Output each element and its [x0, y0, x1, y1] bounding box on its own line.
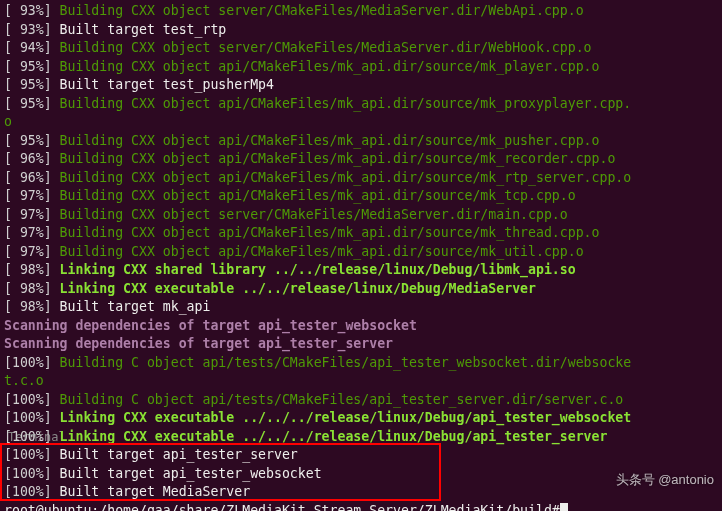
- progress-percent: [ 96%]: [4, 170, 60, 185]
- build-message: Building C object api/tests/CMakeFiles/a…: [60, 392, 624, 407]
- terminal-line: [ 97%] Building CXX object api/CMakeFile…: [4, 243, 718, 262]
- terminal-output[interactable]: [ 93%] Building CXX object server/CMakeF…: [4, 2, 718, 511]
- shell-prompt: root@ubuntu:/home/qaa/share/ZLMediaKit_S…: [4, 503, 560, 512]
- terminal-line: [ 96%] Building CXX object api/CMakeFile…: [4, 150, 718, 169]
- build-message: Scanning dependencies of target api_test…: [4, 318, 417, 333]
- watermark-text: 头条号 @antonio: [616, 471, 714, 490]
- build-message: Built target MediaServer: [60, 484, 251, 499]
- progress-percent: [ 94%]: [4, 40, 60, 55]
- terminal-line: [ 93%] Built target test_rtp: [4, 21, 718, 40]
- progress-percent: [ 96%]: [4, 151, 60, 166]
- progress-percent: [ 97%]: [4, 225, 60, 240]
- build-message: t.c.o: [4, 373, 44, 388]
- terminal-line: [ 94%] Building CXX object server/CMakeF…: [4, 39, 718, 58]
- build-message: Linking CXX shared library ../../release…: [60, 262, 576, 277]
- build-message: Building CXX object server/CMakeFiles/Me…: [60, 40, 592, 55]
- progress-percent: [100%]: [4, 466, 60, 481]
- progress-percent: [ 93%]: [4, 22, 60, 37]
- terminal-line: [ 98%] Built target mk_api: [4, 298, 718, 317]
- build-message: Building CXX object api/CMakeFiles/mk_ap…: [60, 59, 600, 74]
- progress-percent: [ 98%]: [4, 281, 60, 296]
- build-message: Built target api_tester_websocket: [60, 466, 322, 481]
- progress-percent: [ 97%]: [4, 244, 60, 259]
- terminal-line: Scanning dependencies of target api_test…: [4, 317, 718, 336]
- terminal-line: t.c.o: [4, 372, 718, 391]
- terminal-line: [100%] Built target MediaServer: [4, 483, 718, 502]
- terminal-line: [ 95%] Built target test_pusherMp4: [4, 76, 718, 95]
- build-message: Building C object api/tests/CMakeFiles/a…: [60, 355, 632, 370]
- build-message: Building CXX object server/CMakeFiles/Me…: [60, 3, 584, 18]
- build-message: Built target test_pusherMp4: [60, 77, 274, 92]
- build-message: Building CXX object api/CMakeFiles/mk_ap…: [60, 170, 632, 185]
- progress-percent: [ 97%]: [4, 188, 60, 203]
- build-message: Built target test_rtp: [60, 22, 227, 37]
- build-message: Building CXX object api/CMakeFiles/mk_ap…: [60, 96, 632, 111]
- build-message: Scanning dependencies of target api_test…: [4, 336, 393, 351]
- build-message: Built target mk_api: [60, 299, 211, 314]
- build-message: Linking CXX executable ../../../release/…: [60, 410, 632, 425]
- terminal-line: [100%] Linking CXX executable ../../../r…: [4, 409, 718, 428]
- terminal-line: [ 95%] Building CXX object api/CMakeFile…: [4, 132, 718, 151]
- terminal-line: [100%] Built target api_tester_websocket: [4, 465, 718, 484]
- progress-percent: [ 95%]: [4, 133, 60, 148]
- terminal-line: o: [4, 113, 718, 132]
- terminal-line: [100%] Building C object api/tests/CMake…: [4, 354, 718, 373]
- build-message: Built target api_tester_server: [60, 447, 298, 462]
- build-message: Linking CXX executable ../../release/lin…: [60, 281, 536, 296]
- shell-prompt-line[interactable]: root@ubuntu:/home/qaa/share/ZLMediaKit_S…: [4, 502, 718, 512]
- build-message: Building CXX object api/CMakeFiles/mk_ap…: [60, 225, 600, 240]
- progress-percent: [ 98%]: [4, 299, 60, 314]
- terminal-line: [ 93%] Building CXX object server/CMakeF…: [4, 2, 718, 21]
- build-message: Linking CXX executable ../../../release/…: [60, 429, 608, 444]
- build-message: Building CXX object api/CMakeFiles/mk_ap…: [60, 133, 600, 148]
- progress-percent: [100%]: [4, 484, 60, 499]
- progress-percent: [100%]: [4, 392, 60, 407]
- progress-percent: [ 97%]: [4, 207, 60, 222]
- progress-percent: [ 95%]: [4, 77, 60, 92]
- build-message: Building CXX object api/CMakeFiles/mk_ap…: [60, 188, 576, 203]
- build-message: Building CXX object api/CMakeFiles/mk_ap…: [60, 151, 616, 166]
- build-message: Building CXX object server/CMakeFiles/Me…: [60, 207, 568, 222]
- terminal-line: [ 98%] Linking CXX executable ../../rele…: [4, 280, 718, 299]
- build-message: Building CXX object api/CMakeFiles/mk_ap…: [60, 244, 584, 259]
- build-message: o: [4, 114, 12, 129]
- terminal-line: [100%] Built target api_tester_server: [4, 446, 718, 465]
- progress-percent: [100%]: [4, 355, 60, 370]
- progress-percent: [100%]: [4, 410, 60, 425]
- cursor-icon: [560, 503, 568, 512]
- progress-percent: [100%]: [4, 429, 60, 444]
- terminal-line: [ 97%] Building CXX object api/CMakeFile…: [4, 187, 718, 206]
- terminal-line: [ 95%] Building CXX object api/CMakeFile…: [4, 95, 718, 114]
- progress-percent: [ 93%]: [4, 3, 60, 18]
- progress-percent: [ 98%]: [4, 262, 60, 277]
- progress-percent: [100%]: [4, 447, 60, 462]
- progress-percent: [ 95%]: [4, 96, 60, 111]
- progress-percent: [ 95%]: [4, 59, 60, 74]
- terminal-line: [ 98%] Linking CXX shared library ../../…: [4, 261, 718, 280]
- terminal-line: [ 97%] Building CXX object server/CMakeF…: [4, 206, 718, 225]
- terminal-line: [ 95%] Building CXX object api/CMakeFile…: [4, 58, 718, 77]
- terminal-line: Terminal[100%] Linking CXX executable ..…: [4, 428, 718, 447]
- terminal-line: [ 97%] Building CXX object api/CMakeFile…: [4, 224, 718, 243]
- terminal-line: [ 96%] Building CXX object api/CMakeFile…: [4, 169, 718, 188]
- terminal-line: [100%] Building C object api/tests/CMake…: [4, 391, 718, 410]
- terminal-line: Scanning dependencies of target api_test…: [4, 335, 718, 354]
